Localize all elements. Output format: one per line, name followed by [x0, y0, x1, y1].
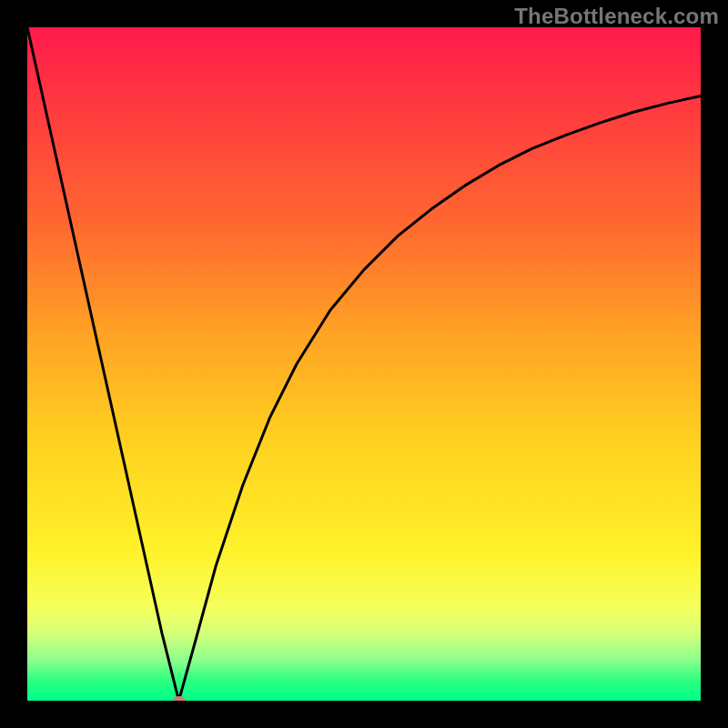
curve-layer: [27, 27, 701, 701]
minimum-marker-icon: [173, 696, 186, 701]
curve-path: [27, 27, 701, 701]
chart-frame: TheBottleneck.com: [0, 0, 728, 728]
watermark-text: TheBottleneck.com: [514, 4, 719, 29]
plot-area: [27, 27, 701, 701]
